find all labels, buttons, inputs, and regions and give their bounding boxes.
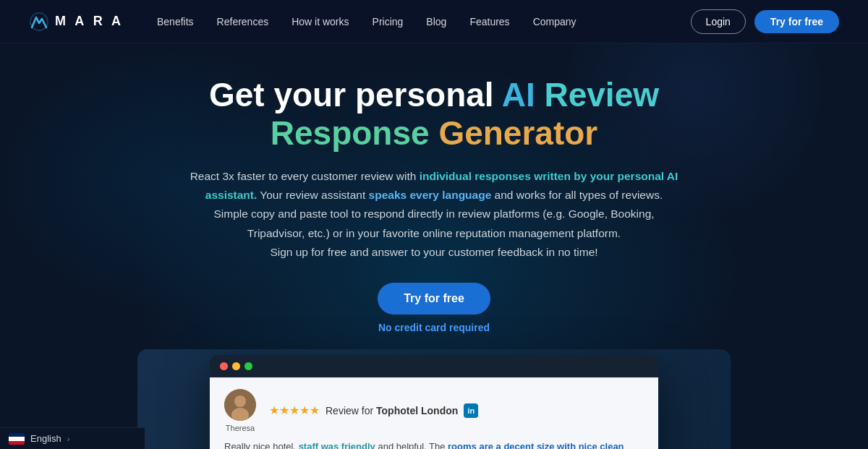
- flag-icon: [9, 433, 25, 445]
- hero-try-button[interactable]: Try for free: [378, 283, 490, 315]
- nav-company[interactable]: Company: [522, 10, 588, 33]
- language-bar[interactable]: English ›: [0, 427, 145, 449]
- hero-title: Get your personal AI Review Response Gen…: [145, 76, 723, 153]
- login-button[interactable]: Login: [691, 9, 746, 34]
- titlebar-dot-red: [220, 362, 228, 370]
- hero-subtitle: React 3x faster to every customer review…: [188, 167, 680, 262]
- review-stars: ★★★★★: [269, 403, 320, 417]
- demo-area: Theresa ★★★★★ Review for Tophotel London…: [109, 355, 760, 450]
- nav-links: Benefits References How it works Pricing…: [145, 10, 691, 33]
- nav-how-it-works[interactable]: How it works: [280, 10, 360, 33]
- review-header: Theresa ★★★★★ Review for Tophotel London…: [224, 389, 644, 432]
- logo[interactable]: M A R A: [29, 12, 124, 32]
- nav-pricing[interactable]: Pricing: [361, 10, 415, 33]
- logo-text: M A R A: [55, 14, 124, 29]
- review-title-row: ★★★★★ Review for Tophotel London in: [269, 403, 644, 418]
- demo-window: Theresa ★★★★★ Review for Tophotel London…: [210, 355, 658, 450]
- nav-benefits[interactable]: Benefits: [145, 10, 205, 33]
- hero-title-part1: Get your personal: [209, 76, 502, 114]
- nav-blog[interactable]: Blog: [414, 10, 458, 33]
- language-label: English: [30, 433, 61, 444]
- svg-point-2: [234, 395, 246, 407]
- titlebar-dot-green: [244, 362, 252, 370]
- demo-content: Theresa ★★★★★ Review for Tophotel London…: [210, 377, 658, 450]
- review-text: Really nice hotel, staff was friendly an…: [224, 440, 644, 450]
- linkedin-icon: in: [464, 403, 478, 418]
- no-credit-text: No credit card required: [378, 322, 490, 333]
- subtitle-highlight2: speaks every language: [369, 189, 492, 201]
- subtitle-part2: Your review assistant: [257, 189, 368, 201]
- hero-title-ai: AI: [502, 76, 535, 114]
- navbar: M A R A Benefits References How it works…: [0, 0, 868, 43]
- hero-title-review: Review: [535, 76, 659, 114]
- subtitle-part4: Sign up for free and answer to your cust…: [270, 246, 597, 258]
- nav-features[interactable]: Features: [458, 10, 521, 33]
- hero-section: Get your personal AI Review Response Gen…: [0, 43, 868, 348]
- reviewer-avatar: [224, 389, 256, 421]
- review-for-text: Review for Tophotel London: [326, 405, 458, 416]
- nav-references[interactable]: References: [205, 10, 281, 33]
- demo-titlebar: [210, 355, 658, 377]
- language-chevron-icon: ›: [67, 435, 70, 443]
- titlebar-dot-yellow: [232, 362, 240, 370]
- nav-actions: Login Try for free: [691, 9, 839, 34]
- hero-title-generator: Generator: [430, 114, 598, 152]
- try-free-nav-button[interactable]: Try for free: [754, 10, 839, 33]
- subtitle-part1: React 3x faster to every customer review…: [190, 170, 420, 182]
- hero-title-response: Response: [271, 114, 430, 152]
- reviewer-name: Theresa: [226, 424, 255, 432]
